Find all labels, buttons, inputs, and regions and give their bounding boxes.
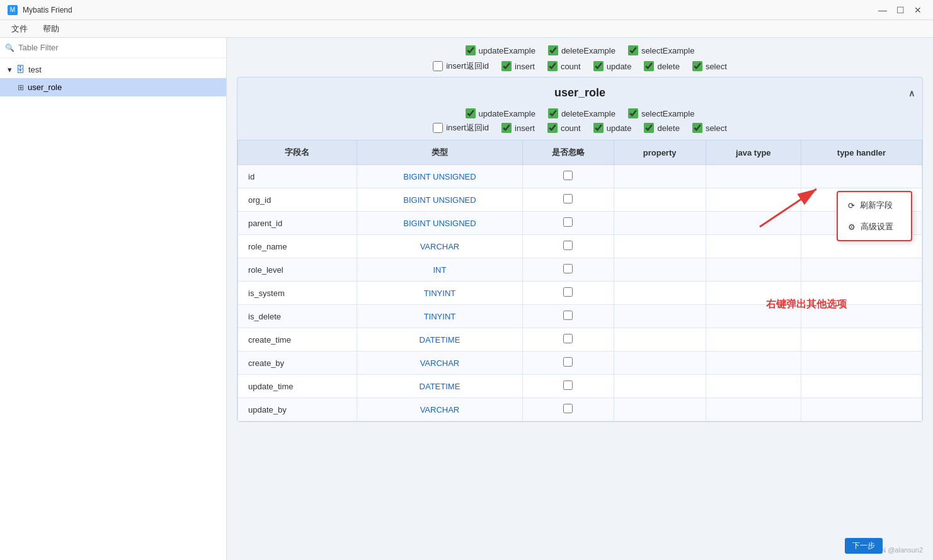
title-bar: M Mybatis Friend — ☐ ✕ [0, 0, 933, 20]
cell-typehandler [801, 305, 922, 328]
cell-ignore[interactable] [523, 328, 614, 351]
table-card-header: user_role ∧ [238, 77, 922, 108]
cell-field: id [238, 165, 357, 188]
cell-field: create_by [238, 351, 357, 375]
cell-ignore[interactable] [523, 398, 614, 421]
card-checkbox-row2: insert返回id insert count update [433, 122, 727, 134]
maximize-button[interactable]: ☐ [893, 3, 908, 18]
cell-type: VARCHAR [357, 351, 522, 375]
table-row: idBIGINT UNSIGNED [238, 165, 922, 188]
context-menu-settings[interactable]: ⚙ 高级设置 [838, 216, 911, 237]
cell-type: DATETIME [357, 328, 522, 351]
cell-field: is_system [238, 282, 357, 305]
refresh-icon: ⟳ [848, 201, 855, 210]
cell-javatype [706, 258, 801, 282]
table-header-row: 字段名 类型 是否忽略 property java type type hand… [238, 140, 922, 165]
cell-typehandler [801, 258, 922, 282]
top-cb-insertid[interactable]: insert返回id [433, 60, 489, 72]
next-step-button[interactable]: 下一步 [845, 538, 883, 554]
sidebar-item-user-role[interactable]: ⊞ user_role [0, 78, 226, 96]
table-title: user_role [554, 86, 605, 99]
menu-help[interactable]: 帮助 [37, 21, 66, 37]
cell-ignore[interactable] [523, 282, 614, 305]
cell-ignore[interactable] [523, 258, 614, 282]
tree-group-test[interactable]: ▾ 🗄 test [0, 60, 226, 78]
card-cb-insert[interactable]: insert [501, 123, 535, 133]
cell-type: BIGINT UNSIGNED [357, 212, 522, 235]
search-icon: 🔍 [5, 43, 14, 52]
menu-file[interactable]: 文件 [5, 21, 34, 37]
card-checkbox-row1: updateExample deleteExample selectExampl… [466, 108, 695, 118]
collapse-icon: ▾ [8, 65, 12, 74]
cell-type: INT [357, 258, 522, 282]
close-button[interactable]: ✕ [910, 3, 925, 18]
table-filter-input[interactable] [18, 43, 221, 52]
top-cb-count[interactable]: count [547, 61, 581, 71]
top-checkbox-row1: updateExample deleteExample selectExampl… [466, 45, 695, 55]
field-table: 字段名 类型 是否忽略 property java type type hand… [238, 140, 922, 421]
context-menu-refresh[interactable]: ⟳ 刷新字段 [838, 195, 911, 216]
cell-type: VARCHAR [357, 398, 522, 421]
cell-field: role_level [238, 258, 357, 282]
card-cb-selectExample[interactable]: selectExample [628, 108, 695, 118]
cell-ignore[interactable] [523, 375, 614, 398]
top-checkboxes: updateExample deleteExample selectExampl… [227, 38, 933, 77]
top-cb-insert[interactable]: insert [501, 61, 535, 71]
cell-type: TINYINT [357, 305, 522, 328]
cell-ignore[interactable] [523, 212, 614, 235]
table-row: parent_idBIGINT UNSIGNED [238, 212, 922, 235]
cell-field: create_time [238, 328, 357, 351]
cell-property [614, 328, 706, 351]
top-cb-update[interactable]: update [593, 61, 632, 71]
col-type: 类型 [357, 140, 522, 165]
top-cb-delete[interactable]: delete [644, 61, 679, 71]
table-row: create_byVARCHAR [238, 351, 922, 375]
card-cb-update[interactable]: update [593, 123, 632, 133]
cell-field: update_time [238, 375, 357, 398]
card-cb-delete[interactable]: delete [644, 123, 679, 133]
cell-type: TINYINT [357, 282, 522, 305]
table-icon: ⊞ [18, 83, 24, 92]
cell-property [614, 235, 706, 258]
content-area: updateExample deleteExample selectExampl… [227, 38, 933, 560]
cell-ignore[interactable] [523, 165, 614, 188]
cell-javatype [706, 351, 801, 375]
app-icon: M [8, 5, 18, 15]
card-cb-select[interactable]: select [692, 123, 727, 133]
top-cb-deleteExample[interactable]: deleteExample [548, 45, 615, 55]
cell-property [614, 305, 706, 328]
top-cb-select[interactable]: select [692, 61, 727, 71]
cell-typehandler [801, 398, 922, 421]
db-icon: 🗄 [16, 64, 25, 74]
card-cb-updateExample[interactable]: updateExample [466, 108, 535, 118]
table-row: role_levelINT [238, 258, 922, 282]
main-layout: 🔍 ▾ 🗄 test ⊞ user_role updateExample [0, 38, 933, 560]
card-checkboxes: updateExample deleteExample selectExampl… [238, 108, 922, 140]
cell-ignore[interactable] [523, 351, 614, 375]
minimize-button[interactable]: — [875, 3, 890, 18]
search-bar: 🔍 [0, 38, 226, 58]
card-cb-count[interactable]: count [547, 123, 581, 133]
cell-property [614, 375, 706, 398]
cell-javatype [706, 235, 801, 258]
card-cb-deleteExample[interactable]: deleteExample [548, 108, 615, 118]
cell-property [614, 212, 706, 235]
cell-property [614, 165, 706, 188]
settings-icon: ⚙ [848, 222, 856, 232]
cell-field: is_delete [238, 305, 357, 328]
top-cb-selectExample[interactable]: selectExample [628, 45, 695, 55]
top-checkbox-row2: insert返回id insert count update delete [433, 60, 727, 72]
card-cb-insertid[interactable]: insert返回id [433, 122, 489, 134]
cell-field: update_by [238, 398, 357, 421]
cell-typehandler [801, 165, 922, 188]
table-row: org_idBIGINT UNSIGNED [238, 188, 922, 212]
table-item-label: user_role [28, 83, 62, 92]
cell-ignore[interactable] [523, 188, 614, 212]
cell-ignore[interactable] [523, 305, 614, 328]
cell-ignore[interactable] [523, 235, 614, 258]
cell-typehandler [801, 375, 922, 398]
top-cb-updateExample[interactable]: updateExample [466, 45, 535, 55]
cell-type: BIGINT UNSIGNED [357, 188, 522, 212]
collapse-button[interactable]: ∧ [908, 88, 915, 98]
cell-javatype [706, 165, 801, 188]
